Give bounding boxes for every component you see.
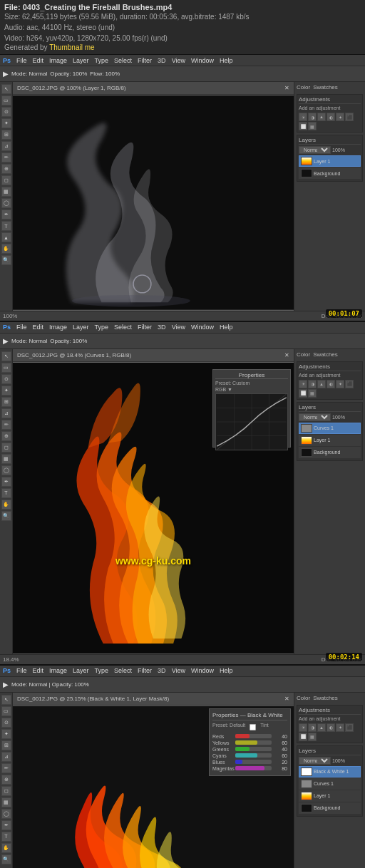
layer-item-bg-f2[interactable]: Background — [299, 447, 361, 458]
menu-file-2[interactable]: File — [16, 324, 27, 331]
swatches-tab-3[interactable]: Swatches — [313, 695, 338, 701]
menu-help-3[interactable]: Help — [220, 667, 233, 674]
layer-curves1-f3[interactable]: Curves 1 — [299, 778, 361, 790]
adj-bw-2[interactable]: ⬛ — [345, 380, 354, 388]
menu-file-3[interactable]: File — [16, 667, 27, 674]
menu-edit-3[interactable]: Edit — [33, 667, 44, 674]
blend-mode-select-3[interactable]: Normal — [299, 757, 331, 765]
adj-contrast[interactable]: ◑ — [308, 113, 317, 121]
menu-filter[interactable]: Filter — [138, 57, 152, 64]
blend-mode-select-2[interactable]: Normal — [299, 413, 331, 421]
adj-exposure-2[interactable]: ◐ — [327, 380, 335, 388]
color-tab-2[interactable]: Color — [297, 351, 310, 358]
layer-bw1[interactable]: Black & White 1 — [299, 766, 361, 777]
adj-h-3[interactable]: ✦ — [336, 723, 344, 732]
eyedrop-tool[interactable]: ⊿ — [1, 141, 11, 151]
menu-view-3[interactable]: View — [172, 667, 185, 674]
eyedrop-tool-2[interactable]: ⊿ — [1, 408, 11, 418]
close-tab-3[interactable]: ✕ — [284, 696, 289, 702]
brush-tool-3[interactable]: ✏ — [1, 763, 11, 773]
hand-tool-2[interactable]: ✋ — [1, 500, 11, 510]
select-tool[interactable]: ▭ — [1, 95, 11, 105]
menu-3d-2[interactable]: 3D — [158, 324, 166, 331]
select-tool-3[interactable]: ▭ — [1, 706, 11, 716]
magic-wand-3[interactable]: ✦ — [1, 729, 11, 739]
menu-edit[interactable]: Edit — [33, 57, 44, 64]
magic-wand-tool[interactable]: ✦ — [1, 118, 11, 128]
adj-cu-3[interactable]: ▲ — [317, 723, 326, 732]
adj-brightness-2[interactable]: ☀ — [299, 380, 307, 388]
adj-b-3[interactable]: ☀ — [299, 723, 307, 732]
tool-arrow-2[interactable]: ▶ — [3, 337, 9, 345]
select-tool-2[interactable]: ▭ — [1, 363, 11, 373]
menu-help[interactable]: Help — [220, 57, 233, 64]
zoom-tool-2[interactable]: 🔍 — [1, 511, 11, 521]
menu-window-2[interactable]: Window — [191, 324, 214, 331]
adj-hue-2[interactable]: ✦ — [336, 380, 344, 388]
cyans-track[interactable] — [235, 753, 272, 758]
adj-bw[interactable]: ⬛ — [345, 113, 354, 121]
layer-item-layer1[interactable]: Layer 1 — [299, 155, 361, 167]
adj-gm-3[interactable]: ▦ — [308, 733, 317, 741]
blues-track[interactable] — [235, 760, 272, 764]
layer-l1-f3[interactable]: Layer 1 — [299, 790, 361, 802]
lasso-tool-2[interactable]: ⊙ — [1, 374, 11, 384]
stamp-tool[interactable]: ⊕ — [1, 164, 11, 174]
color-tab[interactable]: Color — [297, 84, 310, 91]
adj-brightness[interactable]: ☀ — [299, 113, 307, 121]
hand-tool-3[interactable]: ✋ — [1, 843, 11, 853]
lasso-tool-3[interactable]: ⊙ — [1, 718, 11, 728]
swatches-tab-2[interactable]: Swatches — [313, 351, 338, 358]
menu-image-3[interactable]: Image — [49, 667, 67, 674]
zoom-tool-3[interactable]: 🔍 — [1, 854, 11, 864]
menu-select-3[interactable]: Select — [114, 667, 132, 674]
stamp-tool-2[interactable]: ⊕ — [1, 431, 11, 441]
adj-contrast-2[interactable]: ◑ — [308, 380, 317, 388]
menu-help-2[interactable]: Help — [220, 324, 233, 331]
layer-bg-f3[interactable]: Background — [299, 802, 361, 814]
adj-curves-2[interactable]: ▲ — [317, 380, 326, 388]
menu-select[interactable]: Select — [114, 57, 132, 64]
layer-item-layer1-f2[interactable]: Layer 1 — [299, 435, 361, 446]
menu-type-2[interactable]: Type — [95, 324, 109, 331]
menu-file[interactable]: File — [16, 57, 27, 64]
adj-gm-2[interactable]: ▦ — [308, 389, 317, 398]
adj-curves[interactable]: ▲ — [317, 113, 326, 121]
close-tab-1[interactable]: ✕ — [284, 85, 289, 91]
layer-curves1[interactable]: Curves 1 — [299, 423, 361, 434]
menu-image-2[interactable]: Image — [49, 324, 67, 331]
crop-tool[interactable]: ⊞ — [1, 130, 11, 140]
menu-type[interactable]: Type — [95, 57, 109, 64]
eraser-tool-3[interactable]: ◻ — [1, 786, 11, 796]
menu-filter-2[interactable]: Filter — [138, 324, 152, 331]
adj-exposure[interactable]: ◐ — [327, 113, 335, 121]
menu-edit-2[interactable]: Edit — [33, 324, 44, 331]
menu-window[interactable]: Window — [191, 57, 214, 64]
pen-tool[interactable]: ✒ — [1, 210, 11, 219]
dodge-tool-2[interactable]: ◯ — [1, 465, 11, 475]
pen-tool-2[interactable]: ✒ — [1, 477, 11, 487]
menu-image[interactable]: Image — [49, 57, 67, 64]
text-tool[interactable]: T — [1, 221, 11, 231]
hand-tool[interactable]: ✋ — [1, 244, 11, 254]
menu-3d[interactable]: 3D — [158, 57, 166, 64]
blend-mode-select-1[interactable]: Normal — [299, 146, 331, 154]
menu-view[interactable]: View — [172, 57, 185, 64]
greens-track[interactable] — [235, 747, 272, 751]
color-tab-3[interactable]: Color — [297, 695, 310, 701]
crop-tool-2[interactable]: ⊞ — [1, 397, 11, 407]
close-tab-2[interactable]: ✕ — [284, 352, 289, 358]
menu-type-3[interactable]: Type — [95, 667, 109, 674]
menu-view-2[interactable]: View — [172, 324, 185, 331]
stamp-tool-3[interactable]: ⊕ — [1, 775, 11, 785]
lasso-tool[interactable]: ⊙ — [1, 107, 11, 117]
layer-item-bg1[interactable]: Background — [299, 167, 361, 179]
tint-checkbox[interactable] — [250, 724, 256, 730]
move-tool-3[interactable]: ↖ — [1, 695, 11, 705]
gradient-tool-3[interactable]: ▦ — [1, 797, 11, 807]
crop-tool-3[interactable]: ⊞ — [1, 740, 11, 750]
shape-tool[interactable]: ▲ — [1, 232, 11, 242]
swatches-tab[interactable]: Swatches — [313, 84, 338, 91]
menu-filter-3[interactable]: Filter — [138, 667, 152, 674]
menu-3d-3[interactable]: 3D — [158, 667, 166, 674]
